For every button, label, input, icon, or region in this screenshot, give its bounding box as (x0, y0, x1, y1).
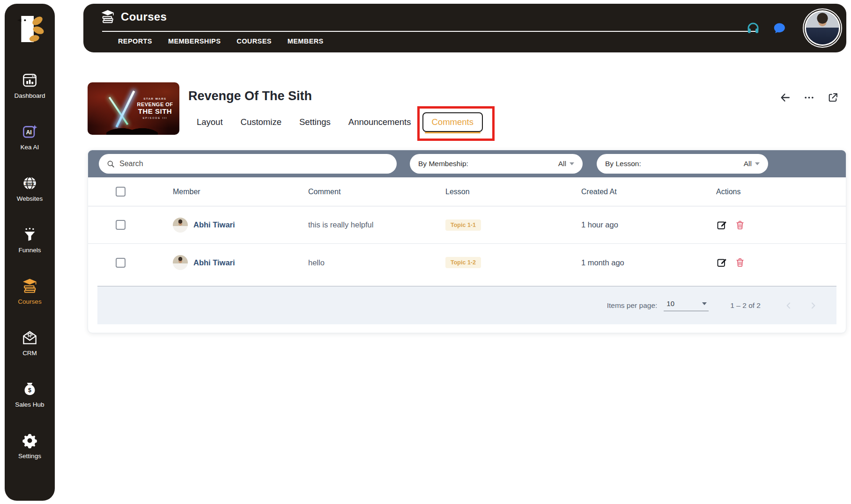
poster-line1: STAR WARS (134, 97, 176, 100)
sidebar-item-label: Funnels (18, 247, 41, 254)
money-bag-icon: $ (22, 381, 38, 397)
sidebar-item-settings[interactable]: Settings (5, 432, 55, 460)
sidebar-item-crm[interactable]: CRM (5, 329, 55, 357)
search-box (99, 154, 397, 174)
sidebar-item-label: Courses (18, 298, 41, 305)
poster-line4: EPISODE III (134, 117, 176, 119)
crm-icon (22, 329, 38, 346)
lesson-filter-label: By Lesson: (605, 160, 641, 168)
filter-bar: By Membeship: All By Lesson: All (88, 150, 846, 177)
user-avatar[interactable] (806, 12, 839, 44)
sidebar-item-courses[interactable]: Courses (5, 278, 55, 305)
row-checkbox[interactable] (116, 220, 126, 230)
open-external-icon[interactable] (827, 92, 839, 103)
sidebar-item-label: Websites (17, 195, 43, 202)
member-avatar (173, 255, 188, 270)
edit-icon[interactable] (716, 257, 727, 268)
pagination-controls (784, 301, 818, 310)
lesson-filter-value: All (744, 160, 752, 168)
table-row: Abhi Tiwari this is really helpful Topic… (88, 206, 846, 244)
lesson-filter-dropdown[interactable]: By Lesson: All (597, 154, 768, 174)
header-actions (746, 7, 839, 49)
delete-icon[interactable] (735, 220, 745, 230)
sidebar-item-sales-hub[interactable]: $ Sales Hub (5, 381, 55, 408)
poster-text: STAR WARS REVENGE OF THE SITH EPISODE II… (134, 97, 176, 119)
header-divider (102, 31, 758, 32)
row-checkbox[interactable] (116, 258, 126, 268)
sidebar-item-label: Kea AI (21, 144, 39, 151)
back-arrow-icon[interactable] (779, 92, 791, 103)
tab-customize[interactable]: Customize (241, 117, 281, 127)
courses-header-icon (100, 9, 115, 24)
headset-icon[interactable] (746, 21, 760, 35)
sidebar-item-label: Settings (18, 453, 41, 460)
pagination-range: 1 – 2 of 2 (730, 301, 761, 310)
table-row: Abhi Tiwari hello Topic 1-2 1 month ago (88, 244, 846, 281)
gear-icon (22, 432, 38, 449)
course-tabs: Layout Customize Settings Announcements … (197, 111, 483, 133)
items-per-page-label: Items per page: (607, 301, 658, 310)
course-thumbnail: STAR WARS REVENGE OF THE SITH EPISODE II… (88, 82, 179, 135)
nav-courses[interactable]: COURSES (237, 37, 272, 45)
membership-filter-value: All (558, 160, 566, 168)
sidebar-item-label: Sales Hub (15, 401, 44, 408)
top-header: Courses REPORTS MEMBERSHIPS COURSES MEMB… (83, 4, 846, 52)
membership-filter-dropdown[interactable]: By Membeship: All (410, 154, 583, 174)
funnel-icon (22, 226, 38, 243)
next-page-icon[interactable] (808, 301, 818, 310)
poster-line3: THE SITH (134, 107, 176, 115)
tab-comments-active[interactable]: Comments (422, 112, 483, 132)
page-title: Courses (121, 10, 167, 23)
chevron-down-icon (702, 302, 707, 305)
table-header: Member Comment Lesson Created At Actions (88, 177, 846, 206)
comments-panel: By Membeship: All By Lesson: All Member … (88, 150, 846, 333)
poster-line2: REVENGE OF (134, 102, 176, 107)
sidebar-item-label: CRM (22, 350, 37, 357)
nav-memberships[interactable]: MEMBERSHIPS (168, 37, 221, 45)
dashboard-icon (22, 72, 38, 88)
header-nav: REPORTS MEMBERSHIPS COURSES MEMBERS (118, 37, 324, 45)
created-at-text: 1 hour ago (581, 220, 716, 229)
column-actions: Actions (716, 188, 846, 196)
more-options-icon[interactable] (803, 92, 815, 103)
poster-silhouettes (106, 119, 158, 135)
tab-announcements[interactable]: Announcements (348, 117, 411, 127)
delete-icon[interactable] (735, 257, 745, 268)
sidebar-item-funnels[interactable]: Funnels (5, 226, 55, 254)
kea-logo-icon (15, 14, 45, 44)
sidebar-item-label: Dashboard (14, 92, 45, 99)
sidebar-item-websites[interactable]: www Websites (5, 175, 55, 202)
column-comment: Comment (308, 188, 445, 196)
tab-settings[interactable]: Settings (299, 117, 331, 127)
sidebar: Dashboard AI Kea AI www Websites (5, 4, 55, 501)
member-name[interactable]: Abhi Tiwari (193, 220, 235, 229)
comment-text: hello (308, 258, 445, 267)
comment-text: this is really helpful (308, 220, 445, 229)
items-per-page-value: 10 (666, 299, 674, 307)
sidebar-item-dashboard[interactable]: Dashboard (5, 72, 55, 99)
nav-reports[interactable]: REPORTS (118, 37, 152, 45)
edit-icon[interactable] (716, 219, 727, 231)
table-footer: Items per page: 10 1 – 2 of 2 (97, 286, 836, 324)
select-all-checkbox[interactable] (116, 187, 126, 197)
lesson-badge: Topic 1-2 (445, 257, 481, 268)
chat-icon[interactable] (772, 21, 786, 35)
search-input[interactable] (119, 160, 389, 168)
sidebar-item-kea-ai[interactable]: AI Kea AI (5, 124, 55, 151)
column-member: Member (173, 188, 308, 196)
lesson-badge: Topic 1-1 (445, 219, 481, 231)
previous-page-icon[interactable] (784, 301, 793, 310)
nav-members[interactable]: MEMBERS (288, 37, 324, 45)
svg-text:AI: AI (26, 129, 31, 136)
svg-text:$: $ (28, 387, 31, 394)
globe-icon: www (22, 175, 38, 191)
course-title: Revenge Of The Sith (188, 89, 312, 103)
member-avatar (173, 218, 188, 233)
member-name[interactable]: Abhi Tiwari (193, 258, 235, 267)
header-title-row: Courses (100, 9, 167, 24)
chevron-down-icon (570, 162, 574, 165)
items-per-page-select[interactable]: 10 (664, 299, 709, 311)
tab-layout[interactable]: Layout (197, 117, 223, 127)
app-window: Dashboard AI Kea AI www Websites (0, 0, 851, 504)
membership-filter-label: By Membeship: (418, 160, 468, 168)
